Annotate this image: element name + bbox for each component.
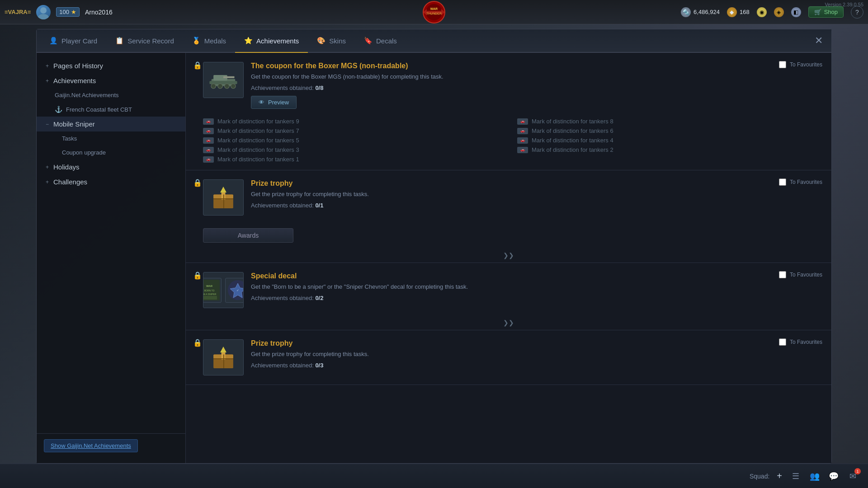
squad-add-button[interactable]: + <box>777 471 782 481</box>
lock-icon-4: 🔒 <box>193 338 202 347</box>
svg-text:✓: ✓ <box>236 289 239 292</box>
shop-button[interactable]: 🛒 Shop <box>808 6 844 18</box>
to-favourites-label-2: To Favourites <box>790 179 822 185</box>
tab-service-record[interactable]: 📋 Service Record <box>106 29 183 53</box>
close-button[interactable]: ✕ <box>811 33 826 48</box>
sidebar-item-pages-of-history[interactable]: + Pages of History <box>37 58 185 73</box>
svg-point-13 <box>231 84 236 89</box>
tab-player-card[interactable]: 👤 Player Card <box>40 29 106 53</box>
sidebar-item-challenges[interactable]: + Challenges <box>37 174 185 189</box>
decal-img-2: ✓ <box>225 278 244 303</box>
tab-achievements[interactable]: ⭐ Achievements <box>235 29 308 53</box>
player-name: Arno2016 <box>85 9 113 16</box>
wt-logo-wrap: WAR THUNDER <box>416 1 452 23</box>
friends-icon-button[interactable]: 👥 <box>808 470 821 483</box>
achievement-content-special-decal: Special decal Get the "Born to be a snip… <box>251 272 822 306</box>
clan-tag: =VAJRA= <box>5 9 31 15</box>
tab-medals[interactable]: 🏅 Medals <box>183 29 235 53</box>
gem-icon: ◉ <box>757 7 767 17</box>
achievement-card-inner-2: Prize trophy Get the prize trophy for co… <box>186 170 831 225</box>
list-icon-button[interactable]: ☰ <box>789 470 802 483</box>
collapse-icon: − <box>46 121 49 127</box>
achievement-card-inner-3: WAR BORN TO BE A SNIPER ✓ <box>186 263 831 317</box>
help-button[interactable]: ? <box>851 6 863 19</box>
decals-icon: 🔖 <box>364 37 373 45</box>
sub-tank-icon: 🚗 <box>517 118 528 125</box>
sub-achievement-1: 🚗 Mark of distinction for tankers 1 <box>203 156 508 163</box>
sidebar-item-french-coastal[interactable]: ⚓ French Coastal fleet CBT <box>37 102 185 117</box>
sidebar-item-mobile-sniper[interactable]: − Mobile Sniper <box>37 117 185 131</box>
sub-achievement-5: 🚗 Mark of distinction for tankers 5 <box>203 137 508 144</box>
svg-text:BE A SNIPER: BE A SNIPER <box>203 293 216 296</box>
lock-icon-3: 🔒 <box>193 271 202 280</box>
achievement-card-inner-1: The coupon for the Boxer MGS (non-tradab… <box>186 53 831 118</box>
svg-marker-19 <box>220 187 226 192</box>
achievements-icon: ⭐ <box>244 37 253 45</box>
premium-icon: ◈ <box>774 7 784 17</box>
show-gaijin-achievements-button[interactable]: Show Gaijin.Net Achievements <box>44 439 138 452</box>
to-favourites-3: To Favourites <box>779 271 822 278</box>
achievement-title-special-decal: Special decal <box>251 272 822 280</box>
achievement-desc-prize-trophy-2: Get the prize trophy for completing this… <box>251 350 822 358</box>
main-content: 🔒 <box>186 53 831 463</box>
preview-icon: 👁 <box>259 99 264 106</box>
awards-button[interactable]: Awards <box>203 228 293 243</box>
tab-bar: 👤 Player Card 📋 Service Record 🏅 Medals … <box>37 29 831 53</box>
achievement-image-boxer <box>203 62 244 98</box>
achievement-title-prize-trophy-2: Prize trophy <box>251 339 822 347</box>
to-favourites-checkbox-2[interactable] <box>779 178 786 186</box>
sub-tank-icon: 🚗 <box>203 118 214 125</box>
sub-achievement-4: 🚗 Mark of distinction for tankers 4 <box>517 137 822 144</box>
sidebar: + Pages of History + Achievements Gaijin… <box>37 53 186 463</box>
version-text: Version 2.39.0.55 <box>825 2 863 7</box>
to-favourites-checkbox-3[interactable] <box>779 271 786 278</box>
currency-gold: ◆ 168 <box>727 7 750 17</box>
to-favourites-1: To Favourites <box>779 61 822 68</box>
achievement-desc-special-decal: Get the "Born to be a sniper" or the "Sn… <box>251 283 822 291</box>
achievement-image-special-decal: WAR BORN TO BE A SNIPER ✓ <box>203 272 244 308</box>
topbar: =VAJRA= 100 ★ Arno2016 WAR THUNDER 🔩 <box>0 0 868 24</box>
medals-icon: 🏅 <box>192 37 201 45</box>
player-avatar <box>36 5 51 19</box>
decal-images-wrap: WAR BORN TO BE A SNIPER ✓ <box>203 278 244 303</box>
sub-achievements-list: 🚗 Mark of distinction for tankers 9 🚗 Ma… <box>186 118 831 170</box>
svg-marker-32 <box>220 347 226 352</box>
skins-icon: 🎨 <box>317 37 326 45</box>
expand-icon: + <box>46 63 49 69</box>
sidebar-item-gaijin-net[interactable]: Gaijin.Net Achievements <box>37 88 185 102</box>
sub-achievement-3: 🚗 Mark of distinction for tankers 3 <box>203 146 508 153</box>
squad-label: Squad: <box>750 473 769 480</box>
expand-chevron-1: ❯❯ <box>186 250 831 263</box>
svg-point-11 <box>218 84 223 89</box>
sub-tank-icon: 🚗 <box>203 156 214 163</box>
gold-icon: ◆ <box>727 7 737 17</box>
to-favourites-checkbox-4[interactable] <box>779 338 786 346</box>
main-panel: 👤 Player Card 📋 Service Record 🏅 Medals … <box>36 29 832 464</box>
silver-icon: 🔩 <box>681 7 691 17</box>
achievement-image-prize-trophy-1 <box>203 179 244 216</box>
sub-tank-icon: 🚗 <box>203 147 214 153</box>
sidebar-item-tasks[interactable]: Tasks <box>37 131 185 145</box>
content-area: + Pages of History + Achievements Gaijin… <box>37 53 831 463</box>
sub-achievement-2: 🚗 Mark of distinction for tankers 2 <box>517 146 822 153</box>
achievement-title-prize-trophy-1: Prize trophy <box>251 179 822 188</box>
sidebar-item-holidays[interactable]: + Holidays <box>37 160 185 174</box>
chat-icon-button[interactable]: 💬 <box>827 470 840 483</box>
achievement-content-boxer: The coupon for the Boxer MGS (non-tradab… <box>251 62 822 109</box>
svg-text:WAR: WAR <box>430 7 438 10</box>
currency-silver: 🔩 6,486,924 <box>681 7 720 17</box>
achievement-image-prize-trophy-2 <box>203 339 244 375</box>
tab-skins[interactable]: 🎨 Skins <box>308 29 355 53</box>
expand-icon: + <box>46 164 49 170</box>
sidebar-footer: Show Gaijin.Net Achievements <box>37 433 185 458</box>
sidebar-item-achievements[interactable]: + Achievements <box>37 73 185 88</box>
bottom-icons: ☰ 👥 💬 ✉ 1 <box>789 470 859 483</box>
notification-badge: 1 <box>854 468 861 474</box>
player-card-icon: 👤 <box>49 37 58 45</box>
sidebar-item-coupon-upgrade[interactable]: Coupon upgrade <box>37 145 185 160</box>
tab-decals[interactable]: 🔖 Decals <box>355 29 406 53</box>
to-favourites-checkbox-1[interactable] <box>779 61 786 68</box>
sub-achievement-6: 🚗 Mark of distinction for tankers 6 <box>517 127 822 134</box>
preview-button[interactable]: 👁 Preview <box>251 96 297 109</box>
achievement-desc-boxer: Get the coupon for the Boxer MGS (non-tr… <box>251 73 822 81</box>
